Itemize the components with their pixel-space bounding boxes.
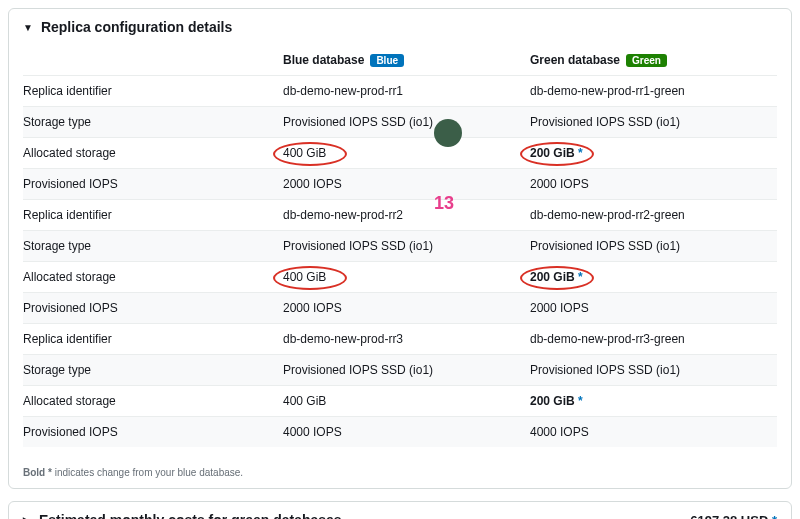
blue-value: 2000 IOPS	[283, 177, 530, 191]
row-label: Replica identifier	[23, 208, 283, 222]
cost-title: Estimated monthly costs for green databa…	[39, 512, 342, 519]
table-row: Provisioned IOPS2000 IOPS2000 IOPS	[23, 168, 777, 199]
table-row: Storage typeProvisioned IOPS SSD (io1)Pr…	[23, 354, 777, 385]
row-label: Replica identifier	[23, 84, 283, 98]
green-value: 200 GiB *	[530, 270, 777, 284]
table-row: Storage typeProvisioned IOPS SSD (io1)Pr…	[23, 106, 777, 137]
blue-value: 400 GiB	[283, 146, 530, 160]
badge-green: Green	[626, 54, 667, 67]
blue-value: db-demo-new-prod-rr2	[283, 208, 530, 222]
green-value: Provisioned IOPS SSD (io1)	[530, 239, 777, 253]
bold-indicator-hint: Bold * indicates change from your blue d…	[9, 461, 791, 488]
green-value: Provisioned IOPS SSD (io1)	[530, 363, 777, 377]
table-row: Allocated storage400 GiB200 GiB *	[23, 261, 777, 292]
col-header-green: Green database Green	[530, 53, 777, 67]
table-row: Storage typeProvisioned IOPS SSD (io1)Pr…	[23, 230, 777, 261]
replica-config-section: ▼ Replica configuration details Blue dat…	[8, 8, 792, 489]
row-label: Storage type	[23, 363, 283, 377]
row-label: Allocated storage	[23, 146, 283, 160]
row-label: Storage type	[23, 115, 283, 129]
row-label: Replica identifier	[23, 332, 283, 346]
blue-value: Provisioned IOPS SSD (io1)	[283, 363, 530, 377]
col-green-label: Green database	[530, 53, 620, 67]
replica-config-header[interactable]: ▼ Replica configuration details	[9, 9, 791, 45]
badge-blue: Blue	[370, 54, 404, 67]
caret-down-icon: ▼	[23, 22, 33, 33]
col-blue-label: Blue database	[283, 53, 364, 67]
blue-value: db-demo-new-prod-rr1	[283, 84, 530, 98]
row-label: Provisioned IOPS	[23, 301, 283, 315]
green-value: db-demo-new-prod-rr2-green	[530, 208, 777, 222]
table-header-row: Blue database Blue Green database Green	[23, 45, 777, 75]
annotation-red-oval	[273, 142, 347, 166]
row-label: Provisioned IOPS	[23, 425, 283, 439]
blue-value: 400 GiB	[283, 394, 530, 408]
blue-value: 400 GiB	[283, 270, 530, 284]
table-row: Allocated storage400 GiB200 GiB *	[23, 385, 777, 416]
caret-right-icon: ▶	[23, 515, 31, 520]
annotation-red-oval	[273, 266, 347, 290]
col-header-blue: Blue database Blue	[283, 53, 530, 67]
blue-value: 4000 IOPS	[283, 425, 530, 439]
replica-config-body: Blue database Blue Green database Green …	[9, 45, 791, 461]
blue-value: Provisioned IOPS SSD (io1)	[283, 239, 530, 253]
row-label: Allocated storage	[23, 394, 283, 408]
cost-section-header[interactable]: ▶ Estimated monthly costs for green data…	[9, 502, 791, 519]
table-row: Allocated storage400 GiB200 GiB *	[23, 137, 777, 168]
blue-value: Provisioned IOPS SSD (io1)	[283, 115, 530, 129]
table-row: Replica identifierdb-demo-new-prod-rr1db…	[23, 75, 777, 106]
blue-value: db-demo-new-prod-rr3	[283, 332, 530, 346]
table-row: Provisioned IOPS2000 IOPS2000 IOPS	[23, 292, 777, 323]
cost-amount: 6197.28 USD *	[690, 513, 777, 520]
replica-config-title: Replica configuration details	[41, 19, 232, 35]
table-row: Provisioned IOPS4000 IOPS4000 IOPS	[23, 416, 777, 447]
table-row: Replica identifierdb-demo-new-prod-rr2db…	[23, 199, 777, 230]
row-label: Storage type	[23, 239, 283, 253]
green-value: db-demo-new-prod-rr1-green	[530, 84, 777, 98]
cost-section: ▶ Estimated monthly costs for green data…	[8, 501, 792, 519]
green-value: 2000 IOPS	[530, 301, 777, 315]
row-label: Allocated storage	[23, 270, 283, 284]
green-value: Provisioned IOPS SSD (io1)	[530, 115, 777, 129]
green-value: 2000 IOPS	[530, 177, 777, 191]
table-row: Replica identifierdb-demo-new-prod-rr3db…	[23, 323, 777, 354]
green-value: 200 GiB *	[530, 146, 777, 160]
blue-value: 2000 IOPS	[283, 301, 530, 315]
green-value: 4000 IOPS	[530, 425, 777, 439]
row-label: Provisioned IOPS	[23, 177, 283, 191]
green-value: db-demo-new-prod-rr3-green	[530, 332, 777, 346]
green-value: 200 GiB *	[530, 394, 777, 408]
